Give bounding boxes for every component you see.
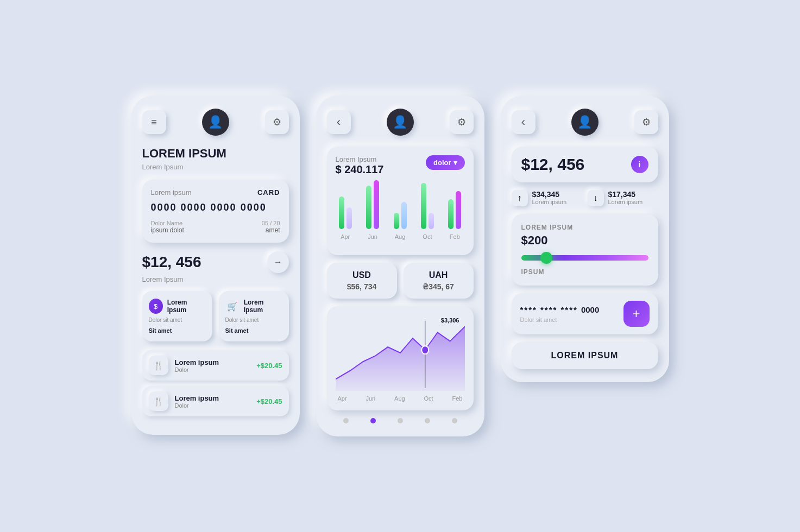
amount-card: $12, 456 i — [512, 147, 658, 182]
tx1-sub: Dolor — [175, 366, 250, 373]
back-button-s3[interactable]: ‹ — [512, 110, 536, 134]
transaction-item-1[interactable]: 🍴 Lorem ipsum Dolor +$20.45 — [142, 350, 289, 381]
dot-2[interactable] — [370, 418, 376, 423]
slider-title: LOREM IPSUM — [521, 224, 648, 231]
slider-thumb[interactable] — [540, 252, 552, 264]
card-tag: CARD — [257, 188, 280, 197]
slider-sub: IPSUM — [521, 268, 648, 276]
stat1-label: Lorem ipsum — [532, 199, 567, 205]
highlight-dot — [421, 346, 429, 354]
avatar-button-s2[interactable]: 👤 — [387, 109, 414, 136]
gear-icon-s2: ⚙ — [457, 116, 466, 128]
usd-name: USD — [335, 270, 389, 280]
bar-apr-purple — [347, 207, 352, 229]
axis-apr: Apr — [338, 395, 347, 402]
stat1-amount: $34,345 — [532, 190, 567, 199]
add-card-widget: **** **** **** 0000 Dolor sit amet + — [512, 293, 658, 334]
action-card-1[interactable]: $ Lorem Ipsum Dolor sit amet Sit amet — [142, 291, 212, 341]
bar-label-aug: Aug — [395, 233, 406, 240]
bar-aug-green — [394, 213, 399, 229]
tx2-name: Lorem ipsum — [175, 394, 250, 402]
usd-value: $56, 734 — [335, 282, 389, 291]
card-stars: **** **** **** — [520, 305, 578, 314]
badge-label: dolor — [433, 159, 451, 167]
action1-title: Lorem Ipsum — [167, 299, 206, 314]
axis-jun: Jun — [366, 395, 375, 402]
stat2-amount: $17,345 — [608, 190, 643, 199]
axis-oct: Oct — [424, 395, 433, 402]
uah-name: UAH — [411, 270, 466, 280]
line-chart-labels: Apr Jun Aug Oct Feb — [336, 395, 465, 402]
dot-5[interactable] — [452, 418, 457, 423]
dolor-badge[interactable]: dolor ▾ — [426, 155, 465, 170]
stat-item-1: ↑ $34,345 Lorem ipsum — [512, 190, 582, 206]
screen3-nav: ‹ 👤 ⚙ — [512, 109, 658, 136]
transaction-item-2[interactable]: 🍴 Lorem ipsum Dolor +$20.45 — [142, 386, 289, 416]
settings-button[interactable]: ⚙ — [265, 110, 289, 134]
line-area-fill — [336, 327, 465, 391]
card-date-value: amet — [262, 226, 280, 234]
tx2-icon: 🍴 — [149, 391, 168, 411]
bar-jun: Jun — [363, 178, 382, 240]
menu-button[interactable]: ≡ — [142, 110, 166, 134]
currency-uah[interactable]: UAH ₴345, 67 — [404, 263, 474, 299]
menu-icon: ≡ — [151, 117, 157, 128]
bar-chart: Apr Jun Aug — [336, 182, 465, 242]
chevron-down-icon: ▾ — [453, 159, 457, 167]
line-chart-widget: $3,306 — [327, 306, 474, 410]
settings-button-s3[interactable]: ⚙ — [634, 110, 658, 134]
screen1: ≡ 👤 ⚙ LOREM IPSUM Lorem Ipsum Lorem ipsu… — [131, 96, 300, 435]
avatar-button[interactable]: 👤 — [202, 109, 229, 136]
card-name-label: Dolor Name — [151, 220, 184, 226]
bar-label-feb: Feb — [450, 233, 460, 240]
screen2: ‹ 👤 ⚙ Lorem Ipsum $ 240.117 dolor ▾ — [316, 96, 484, 436]
settings-button-s2[interactable]: ⚙ — [450, 110, 474, 134]
line-price-label: $3,306 — [441, 317, 459, 324]
card-widget: Lorem ipsum CARD 0000 0000 0000 0000 Dol… — [142, 180, 289, 243]
gear-icon-s3: ⚙ — [642, 116, 651, 128]
avatar-icon-s3: 👤 — [577, 115, 592, 129]
card-sub-label: Dolor sit amet — [520, 316, 600, 323]
bar-oct: Oct — [418, 178, 437, 240]
main-amount: $12, 456 — [521, 155, 585, 174]
currency-row: USD $56, 734 UAH ₴345, 67 — [327, 263, 474, 299]
cta-button[interactable]: LOREM IPSUM — [512, 342, 658, 369]
dot-4[interactable] — [425, 418, 430, 423]
stat-down-arrow: ↓ — [588, 190, 604, 206]
action1-cta: Sit amet — [149, 327, 206, 334]
pagination-dots — [327, 418, 474, 423]
action2-cta: Sit amet — [225, 327, 282, 334]
stat-item-2: ↓ $17,345 Lorem ipsum — [588, 190, 658, 206]
currency-usd[interactable]: USD $56, 734 — [327, 263, 397, 299]
bar-jun-purple — [374, 180, 379, 229]
bar-label-apr: Apr — [341, 233, 350, 240]
arrow-button[interactable]: → — [267, 251, 289, 273]
action2-title: Lorem Ipsum — [244, 299, 282, 314]
line-chart-svg — [336, 315, 465, 391]
balance-amount: $12, 456 — [142, 254, 201, 271]
avatar-button-s3[interactable]: 👤 — [571, 109, 599, 136]
tx1-amount: +$20.45 — [256, 362, 282, 370]
info-button[interactable]: i — [631, 156, 648, 173]
bar-apr-green — [339, 197, 344, 229]
bar-feb-green — [448, 199, 453, 229]
hero-subtitle: Lorem Ipsum — [142, 163, 289, 171]
bar-apr: Apr — [336, 178, 355, 240]
screen3: ‹ 👤 ⚙ $12, 456 i ↑ $34,345 Lorem ipsum — [501, 96, 669, 382]
dot-1[interactable] — [343, 418, 349, 423]
tx2-sub: Dolor — [175, 402, 250, 409]
card-date-label: 05 / 20 — [262, 220, 280, 226]
uah-value: ₴345, 67 — [411, 282, 466, 291]
hero-title: LOREM IPSUM — [142, 147, 289, 161]
slider-track[interactable] — [521, 255, 648, 261]
action-card-2[interactable]: 🛒 Lorem Ipsum Dolor sit amet Sit amet — [219, 291, 289, 341]
cart-icon: 🛒 — [225, 299, 240, 314]
stat2-label: Lorem ipsum — [608, 199, 643, 205]
avatar-icon: 👤 — [208, 115, 223, 129]
avatar-icon-s2: 👤 — [393, 115, 407, 129]
card-last: 0000 — [581, 305, 599, 314]
dot-3[interactable] — [398, 418, 403, 423]
tx2-amount: +$20.45 — [256, 397, 282, 406]
back-button-s2[interactable]: ‹ — [327, 110, 351, 134]
plus-button[interactable]: + — [623, 301, 650, 327]
